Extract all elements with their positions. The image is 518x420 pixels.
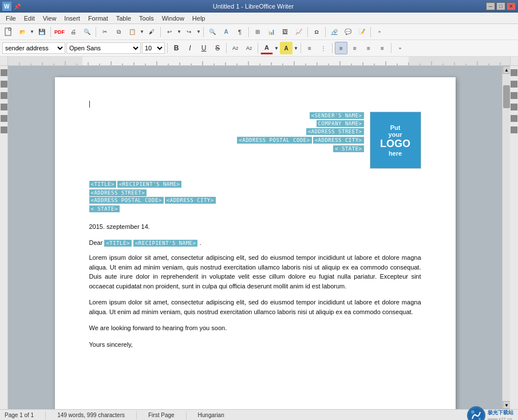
- dear-prefix: Dear: [89, 239, 103, 246]
- numbering-button[interactable]: ⋮: [317, 42, 330, 54]
- right-panel-icon-5[interactable]: [511, 115, 517, 122]
- style-dropdown[interactable]: sender address: [2, 42, 65, 54]
- fontwork-button[interactable]: A: [220, 26, 232, 38]
- underline-button[interactable]: U: [197, 42, 210, 54]
- text-cursor: [89, 100, 90, 108]
- scroll-up-button[interactable]: ▲: [503, 66, 511, 74]
- copy-button[interactable]: ⧉: [112, 26, 125, 38]
- highlight-dropdown[interactable]: ▼: [294, 42, 298, 54]
- track-button[interactable]: 📝: [355, 26, 368, 38]
- sidebar-icon-3[interactable]: [1, 92, 7, 99]
- cut-button[interactable]: ✂: [98, 26, 111, 38]
- recipient-name-row: <TITLE> <RECIPIENT'S NAME>: [89, 180, 421, 188]
- maximize-button[interactable]: □: [496, 2, 505, 10]
- right-panel-icon-6[interactable]: [511, 126, 517, 133]
- menu-file[interactable]: File: [2, 14, 19, 23]
- logo-box: Put your LOGO here: [370, 112, 421, 169]
- print-button[interactable]: 🖨: [67, 26, 80, 38]
- ruler-svg: [8, 57, 510, 66]
- document-area[interactable]: <SENDER'S NAME> Company Name> <ADDRESS S…: [8, 66, 502, 409]
- comment-button[interactable]: 💬: [342, 26, 354, 38]
- title-bar: W 📌 Untitled 1 - LibreOffice Writer ─ □ …: [0, 0, 518, 13]
- main-area: <SENDER'S NAME> Company Name> <ADDRESS S…: [0, 66, 518, 409]
- window-title: Untitled 1 - LibreOffice Writer: [21, 3, 486, 10]
- italic-button[interactable]: I: [184, 42, 196, 54]
- undo-dropdown[interactable]: ▼: [177, 26, 181, 38]
- pdf-button[interactable]: PDF: [53, 26, 66, 38]
- more-button[interactable]: »: [373, 26, 386, 38]
- menu-view[interactable]: View: [39, 14, 60, 23]
- sidebar-icon-5[interactable]: [1, 115, 7, 122]
- bullets-button[interactable]: ≡: [303, 42, 316, 54]
- font-dropdown[interactable]: Open Sans: [66, 42, 141, 54]
- align-center-button[interactable]: ≡: [349, 42, 361, 54]
- menu-insert[interactable]: Insert: [61, 14, 84, 23]
- save-button[interactable]: 💾: [35, 26, 48, 38]
- superscript-button[interactable]: A2: [229, 42, 242, 54]
- preview-button[interactable]: 🔍: [81, 26, 93, 38]
- svg-rect-50: [409, 57, 510, 66]
- scroll-track[interactable]: [503, 74, 510, 401]
- svg-rect-49: [8, 57, 82, 66]
- paste-dropdown[interactable]: ▼: [140, 26, 144, 38]
- title-bar-left: W 📌: [2, 2, 21, 11]
- menu-edit[interactable]: Edit: [21, 14, 38, 23]
- hyperlink-button[interactable]: 🔗: [328, 26, 341, 38]
- open-button[interactable]: 📂: [16, 26, 29, 38]
- font-color-button[interactable]: A: [260, 42, 273, 54]
- separator-4: [203, 27, 204, 37]
- bold-button[interactable]: B: [170, 42, 183, 54]
- sidebar-top-icon[interactable]: [1, 69, 7, 76]
- pilcrow-button[interactable]: ¶: [234, 26, 246, 38]
- menu-table[interactable]: Table: [113, 14, 135, 23]
- scrollbar-right: ▲ ▼: [502, 66, 510, 409]
- size-dropdown[interactable]: 10: [142, 42, 165, 54]
- redo-dropdown[interactable]: ▼: [196, 26, 201, 38]
- svg-rect-2: [5, 28, 11, 35]
- align-justify-button[interactable]: ≡: [376, 42, 389, 54]
- undo-button[interactable]: ↩: [163, 26, 176, 38]
- menu-format[interactable]: Format: [85, 14, 112, 23]
- find-button[interactable]: 🔍: [206, 26, 219, 38]
- format-paint-button[interactable]: 🖌: [145, 26, 158, 38]
- redo-button[interactable]: ↪: [183, 26, 195, 38]
- right-panel-icon-1[interactable]: [511, 69, 517, 76]
- menu-help[interactable]: Help: [189, 14, 209, 23]
- align-left-button[interactable]: ≡: [335, 42, 347, 54]
- open-dropdown[interactable]: ▼: [30, 26, 34, 38]
- image-button[interactable]: 🖼: [279, 26, 291, 38]
- bar-chart-button[interactable]: 📈: [292, 26, 305, 38]
- scroll-thumb[interactable]: [503, 85, 510, 108]
- right-panel-icon-2[interactable]: [511, 81, 517, 88]
- strikethrough-button[interactable]: S: [211, 42, 224, 54]
- separator-2: [96, 27, 96, 37]
- logo-text-put: Put: [390, 124, 401, 131]
- status-language: Hungarian: [198, 412, 224, 418]
- format-more-button[interactable]: »: [394, 42, 406, 54]
- table-button[interactable]: ⊞: [251, 26, 264, 38]
- right-panel-icon-3[interactable]: [511, 92, 517, 99]
- right-panel-icon-4[interactable]: [511, 104, 517, 110]
- body-para-1: Lorem ipsum dolor sit amet, consectetur …: [89, 253, 421, 291]
- special-char-button[interactable]: Ω: [310, 26, 323, 38]
- sidebar-icon-6[interactable]: [1, 126, 7, 133]
- paste-button[interactable]: 📋: [126, 26, 139, 38]
- font-color-dropdown[interactable]: ▼: [274, 42, 279, 54]
- minimize-button[interactable]: ─: [486, 2, 495, 10]
- menu-window[interactable]: Window: [159, 14, 188, 23]
- sidebar-icon-4[interactable]: [1, 104, 7, 110]
- format-toolbar: sender address Open Sans 10 B I U S A2 A…: [0, 40, 518, 56]
- chart-button[interactable]: 📊: [265, 26, 278, 38]
- recipient-postal-tag: <ADDRESS POSTAL CODE>: [89, 197, 164, 204]
- sender-name-tag: <SENDER'S NAME>: [310, 112, 364, 119]
- subscript-button[interactable]: A2: [243, 42, 255, 54]
- menu-bar: File Edit View Insert Format Table Tools…: [0, 13, 518, 24]
- highlight-button[interactable]: A: [280, 42, 292, 54]
- sidebar-icon-2[interactable]: [1, 81, 7, 88]
- sender-postal-tag: <ADDRESS POSTAL CODE>: [237, 137, 311, 144]
- svg-text:W: W: [4, 3, 10, 10]
- close-button[interactable]: ✕: [507, 2, 516, 10]
- menu-tools[interactable]: Tools: [136, 14, 157, 23]
- align-right-button[interactable]: ≡: [362, 42, 375, 54]
- new-button[interactable]: [2, 26, 15, 38]
